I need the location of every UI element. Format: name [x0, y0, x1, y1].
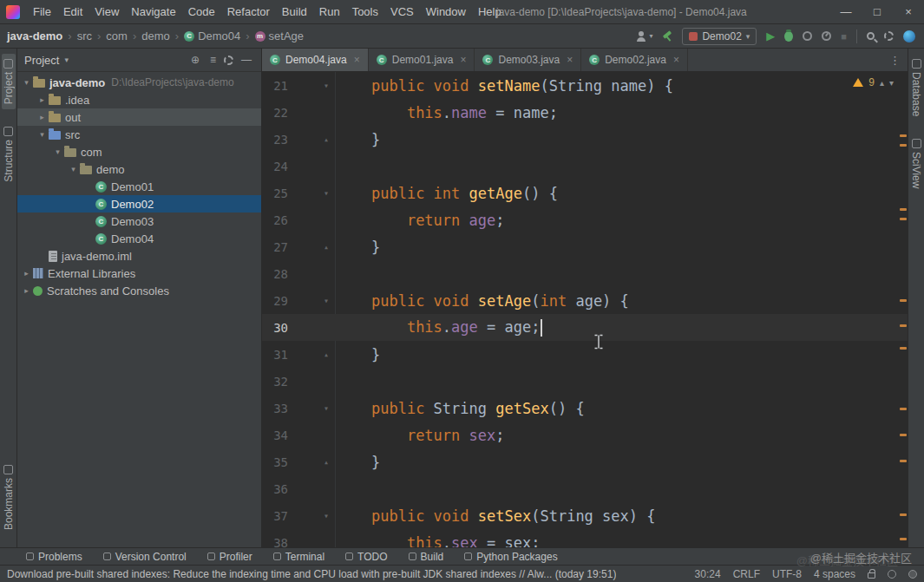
- chevron-down-icon[interactable]: ▾: [68, 165, 79, 173]
- fold-end-icon[interactable]: ▴: [319, 242, 333, 252]
- status-crlf[interactable]: CRLF: [733, 568, 760, 580]
- menu-refactor[interactable]: Refactor: [221, 5, 276, 18]
- code-line-25[interactable]: 25▾ public int getAge() {: [262, 180, 908, 206]
- code-line-21[interactable]: 21▾ public void setName(String name) {: [262, 72, 908, 99]
- tool-window-button-version-control[interactable]: Version Control: [103, 551, 187, 563]
- menu-vcs[interactable]: VCS: [384, 5, 420, 18]
- code-line-38[interactable]: 38 this.sex = sex;: [262, 529, 908, 547]
- menu-tools[interactable]: Tools: [346, 5, 384, 18]
- tree-item-demo03[interactable]: CDemo03: [17, 213, 261, 230]
- menu-view[interactable]: View: [88, 5, 125, 18]
- tree-item-scratches-and-consoles[interactable]: ▸Scratches and Consoles: [17, 282, 261, 299]
- tool-stripe-project[interactable]: Project: [2, 54, 16, 109]
- breadcrumb-setage[interactable]: msetAge: [253, 29, 305, 43]
- chevron-right-icon[interactable]: ▸: [21, 269, 32, 278]
- next-warning-icon[interactable]: ▾: [889, 78, 894, 88]
- chevron-right-icon[interactable]: ▸: [21, 286, 32, 295]
- code-line-23[interactable]: 23▴ }: [262, 126, 908, 153]
- tool-window-button-todo[interactable]: TODO: [345, 551, 387, 563]
- menu-run[interactable]: Run: [313, 5, 346, 18]
- code-line-22[interactable]: 22 this.name = name;: [262, 99, 908, 126]
- fold-end-icon[interactable]: ▴: [319, 134, 333, 144]
- collapse-all-icon[interactable]: ≡: [207, 55, 219, 65]
- fold-open-icon[interactable]: ▾: [319, 511, 333, 520]
- breadcrumb-demo[interactable]: demo: [140, 29, 172, 43]
- tree-item-java-demo-iml[interactable]: java-demo.iml: [17, 247, 261, 265]
- code-line-30[interactable]: 30 this.age = age;: [262, 314, 908, 341]
- notifications-icon[interactable]: [888, 570, 896, 579]
- fold-end-icon[interactable]: ▴: [319, 457, 333, 467]
- menu-file[interactable]: File: [27, 5, 57, 18]
- chevron-down-icon[interactable]: ▾: [64, 56, 69, 64]
- fold-end-icon[interactable]: ▴: [319, 350, 333, 359]
- status-message[interactable]: Download pre-built shared indexes: Reduc…: [7, 568, 616, 580]
- chevron-right-icon[interactable]: ▸: [36, 95, 48, 104]
- tab-demo04-java[interactable]: CDemo04.java×: [262, 49, 369, 71]
- chevron-down-icon[interactable]: ▾: [21, 78, 32, 87]
- tree-item-demo02[interactable]: CDemo02: [17, 195, 261, 213]
- tree-item-java-demo[interactable]: ▾java-demoD:\IdeaProjects\java-demo: [17, 74, 261, 91]
- run-config-selector[interactable]: Demo02 ▾: [682, 28, 757, 45]
- code-line-32[interactable]: 32: [262, 368, 908, 395]
- code-line-35[interactable]: 35▴ }: [262, 448, 908, 475]
- tool-stripe-database[interactable]: Database: [909, 54, 923, 121]
- fold-open-icon[interactable]: ▾: [319, 81, 333, 90]
- status-4-spaces[interactable]: 4 spaces: [814, 568, 855, 580]
- locate-file-icon[interactable]: ⊕: [188, 55, 202, 65]
- build-hammer-icon[interactable]: [662, 31, 672, 42]
- code-line-37[interactable]: 37▾ public void setSex(String sex) {: [262, 502, 908, 529]
- prev-warning-icon[interactable]: ▴: [880, 78, 884, 88]
- tool-stripe-bookmarks[interactable]: Bookmarks: [2, 460, 16, 535]
- close-tab-icon[interactable]: ×: [460, 54, 466, 66]
- code-line-31[interactable]: 31▴ }: [262, 341, 908, 368]
- menu-code[interactable]: Code: [182, 5, 221, 18]
- panel-settings-icon[interactable]: [224, 56, 233, 65]
- tree-item-demo04[interactable]: CDemo04: [17, 230, 261, 247]
- fold-open-icon[interactable]: ▾: [319, 296, 333, 305]
- breadcrumb-src[interactable]: src: [75, 29, 94, 43]
- code-line-36[interactable]: 36: [262, 475, 908, 502]
- tool-window-button-profiler[interactable]: Profiler: [207, 551, 252, 563]
- tab-demo01-java[interactable]: CDemo01.java×: [369, 49, 475, 71]
- close-tab-icon[interactable]: ×: [567, 54, 573, 66]
- debug-button[interactable]: [784, 31, 793, 42]
- tree-item-external-libraries[interactable]: ▸External Libraries: [17, 265, 261, 282]
- breadcrumb-demo04[interactable]: CDemo04: [182, 29, 242, 43]
- tool-stripe-sciview[interactable]: SciView: [909, 134, 923, 193]
- tool-window-button-python-packages[interactable]: Python Packages: [464, 551, 557, 563]
- more-tabs-icon[interactable]: ⋮: [882, 54, 908, 67]
- tree-item-demo[interactable]: ▾demo: [17, 160, 261, 178]
- code-line-29[interactable]: 29▾ public void setAge(int age) {: [262, 287, 908, 314]
- tree-item-src[interactable]: ▾src: [17, 126, 261, 143]
- fold-open-icon[interactable]: ▾: [319, 403, 333, 413]
- code-line-24[interactable]: 24: [262, 153, 908, 180]
- lock-icon[interactable]: [868, 572, 875, 579]
- project-panel-title[interactable]: Project: [24, 54, 59, 67]
- memory-indicator-icon[interactable]: [908, 570, 917, 579]
- tool-stripe-structure[interactable]: Structure: [2, 121, 16, 187]
- tab-demo02-java[interactable]: CDemo02.java×: [581, 49, 688, 71]
- breadcrumb-java-demo[interactable]: java-demo: [5, 29, 64, 43]
- fold-open-icon[interactable]: ▾: [319, 188, 333, 198]
- status-30-24[interactable]: 30:24: [695, 568, 721, 580]
- tool-window-button-terminal[interactable]: Terminal: [273, 551, 324, 563]
- blue-sphere-icon[interactable]: [903, 30, 915, 43]
- tool-window-button-problems[interactable]: Problems: [26, 551, 82, 563]
- code-line-28[interactable]: 28: [262, 260, 908, 287]
- coverage-button[interactable]: [803, 31, 812, 41]
- tab-demo03-java[interactable]: CDemo03.java×: [475, 49, 581, 71]
- chevron-right-icon[interactable]: ▸: [36, 113, 48, 121]
- maximize-button[interactable]: □: [862, 0, 893, 23]
- menu-window[interactable]: Window: [420, 5, 472, 18]
- chevron-down-icon[interactable]: ▾: [52, 147, 63, 156]
- tree-item-com[interactable]: ▾com: [17, 143, 261, 160]
- code-line-27[interactable]: 27▴ }: [262, 233, 908, 260]
- hide-panel-icon[interactable]: —: [239, 55, 254, 65]
- profiler-button[interactable]: [822, 31, 831, 41]
- menu-edit[interactable]: Edit: [57, 5, 88, 18]
- search-icon[interactable]: [867, 32, 875, 40]
- code-editor[interactable]: 21▾ public void setName(String name) {22…: [262, 72, 908, 547]
- close-tab-icon[interactable]: ×: [354, 54, 360, 66]
- close-tab-icon[interactable]: ×: [673, 54, 679, 66]
- tool-window-button-build[interactable]: Build: [409, 551, 444, 563]
